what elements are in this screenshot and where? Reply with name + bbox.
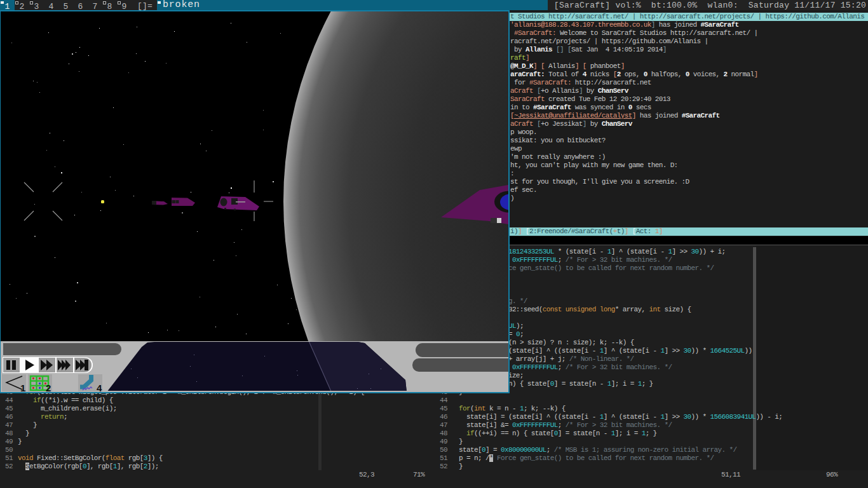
svg-text:4: 4: [97, 383, 102, 392]
svg-text:2: 2: [46, 383, 51, 392]
svg-text:1: 1: [20, 383, 25, 392]
